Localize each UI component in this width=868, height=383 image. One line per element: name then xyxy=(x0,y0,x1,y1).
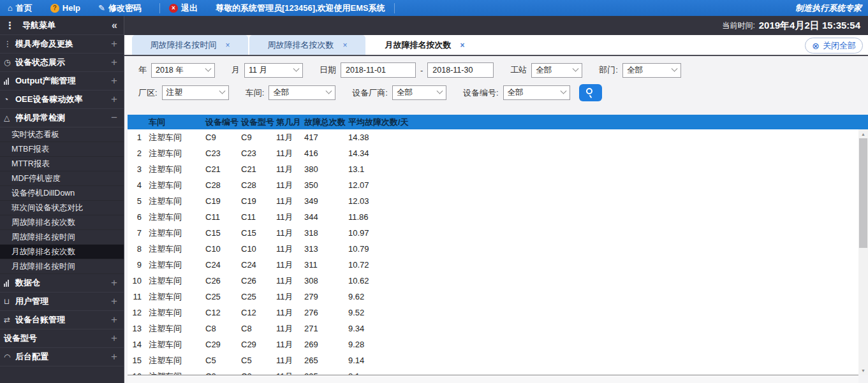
expand-plus-icon[interactable]: + xyxy=(111,277,117,289)
topbar-item-help[interactable]: ?Help xyxy=(50,3,80,13)
cell-workshop: 注塑车间 xyxy=(147,228,203,239)
sidebar-subitem-班次间设备状态对比[interactable]: 班次间设备状态对比 xyxy=(0,201,124,215)
sidebar-subitem-MDF停机密度[interactable]: MDF停机密度 xyxy=(0,171,124,186)
sidebar-subitem-周故障排名按时间[interactable]: 周故障排名按时间 xyxy=(0,230,124,245)
sidebar-subitem-周故障排名按次数[interactable]: 周故障排名按次数 xyxy=(0,215,124,230)
table-row[interactable]: 15注塑车间C5C511月2659.14 xyxy=(128,352,858,368)
sidebar-subitem-月故障排名按时间[interactable]: 月故障排名按时间 xyxy=(0,259,124,274)
table-row[interactable]: 6注塑车间C11C1111月34411.86 xyxy=(128,209,858,225)
table-row[interactable]: 11注塑车间C25C2511月2799.62 xyxy=(128,289,858,305)
table-row[interactable]: 14注塑车间C29C2911月2699.28 xyxy=(128,336,858,352)
sidebar-item-label: Output产能管理 xyxy=(15,75,111,87)
column-header: 故障总次数 xyxy=(302,117,346,128)
expand-plus-icon[interactable]: + xyxy=(111,295,117,308)
device-number-value: 全部 xyxy=(508,87,524,98)
area-select[interactable]: 注塑 xyxy=(162,85,229,100)
close-all-tabs-button[interactable]: ⊗ 关闭全部 xyxy=(805,38,863,54)
collapse-sidebar-icon[interactable]: « xyxy=(112,20,117,31)
topbar-item-logout[interactable]: ×退出 xyxy=(169,3,198,14)
config-icon: ◠ xyxy=(4,352,15,361)
year-select[interactable]: 2018 年 xyxy=(151,63,215,78)
sidebar-subitem-MTTR报表[interactable]: MTTR报表 xyxy=(0,157,124,171)
cell-workshop: 注塑车间 xyxy=(147,212,203,223)
sidebar-item-停机异常检测[interactable]: △停机异常检测− xyxy=(0,109,124,127)
cell-month: 11月 xyxy=(274,180,302,191)
workshop-select[interactable]: 全部 xyxy=(268,85,335,100)
cell-workshop: 注塑车间 xyxy=(147,132,203,143)
sidebar-subitem-MTBF报表[interactable]: MTBF报表 xyxy=(0,142,124,157)
sidebar-subitem-月故障排名按次数[interactable]: 月故障排名按次数 xyxy=(0,245,124,259)
tab-label: 周故障排名按次数 xyxy=(267,40,334,51)
table-row[interactable]: 9注塑车间C24C2411月31110.72 xyxy=(128,257,858,273)
sidebar-item-label: 停机异常检测 xyxy=(15,112,111,124)
cell-device-number: C15 xyxy=(203,228,239,238)
table-row[interactable]: 12注塑车间C12C1211月2769.52 xyxy=(128,305,858,321)
table-row[interactable]: 2注塑车间C23C2311月41614.34 xyxy=(128,145,858,161)
expand-plus-icon[interactable]: + xyxy=(111,93,117,106)
cell-device-model: C8 xyxy=(239,324,274,333)
expand-plus-icon[interactable]: + xyxy=(111,75,117,87)
sidebar-item-模具寿命及更换[interactable]: ⋮模具寿命及更换+ xyxy=(0,35,124,54)
expand-plus-icon[interactable]: + xyxy=(111,350,117,363)
table-row[interactable]: 8注塑车间C10C1011月31310.79 xyxy=(128,241,858,257)
expand-plus-icon[interactable]: + xyxy=(111,314,117,326)
table-row[interactable]: 5注塑车间C19C1911月34912.03 xyxy=(128,193,858,209)
cell-device-number: C25 xyxy=(203,292,239,301)
date-to-input[interactable] xyxy=(427,62,494,78)
sidebar-item-Output产能管理[interactable]: Output产能管理+ xyxy=(0,72,124,90)
tab-周故障排名按时间[interactable]: 周故障排名按时间× xyxy=(132,35,248,55)
department-select[interactable]: 全部 xyxy=(622,63,681,78)
sidebar-item-设备型号[interactable]: 设备型号+ xyxy=(0,329,124,348)
vendor-select[interactable]: 全部 xyxy=(392,85,446,100)
expand-plus-icon[interactable]: + xyxy=(111,332,117,345)
logout-icon: × xyxy=(169,4,178,13)
sidebar-item-用户管理[interactable]: ⊔用户管理+ xyxy=(0,293,124,311)
cell-device-number: C10 xyxy=(203,244,239,254)
vertical-scrollbar[interactable]: ▲ ▼ xyxy=(858,129,868,375)
vertical-scrollbar-thumb[interactable] xyxy=(859,138,867,248)
cell-workshop: 注塑车间 xyxy=(147,164,203,175)
tab-月故障排名按次数[interactable]: 月故障排名按次数× xyxy=(367,35,483,55)
table-row[interactable]: 7注塑车间C15C1511月31810.97 xyxy=(128,225,858,241)
device-number-select[interactable]: 全部 xyxy=(503,85,570,100)
tab-周故障排名按次数[interactable]: 周故障排名按次数× xyxy=(249,35,365,55)
workshop-label: 车间: xyxy=(246,87,265,99)
tab-close-icon[interactable]: × xyxy=(460,41,464,50)
topbar-item-change-password[interactable]: ✎修改密码 xyxy=(98,3,142,14)
department-value: 全部 xyxy=(627,65,643,76)
scroll-down-icon[interactable]: ▼ xyxy=(858,366,868,375)
sidebar-subitem-实时状态看板[interactable]: 实时状态看板 xyxy=(0,127,124,142)
expand-plus-icon[interactable]: + xyxy=(111,38,117,50)
station-select[interactable]: 全部 xyxy=(531,63,582,78)
expand-plus-icon[interactable]: + xyxy=(111,56,117,69)
table-row[interactable]: 3注塑车间C21C2111月38013.1 xyxy=(128,161,858,177)
topbar-item-home[interactable]: ⌂首页 xyxy=(8,3,33,14)
sidebar-item-设备状态展示[interactable]: ◷设备状态展示+ xyxy=(0,54,124,72)
table-row[interactable]: 10注塑车间C26C2611月30810.62 xyxy=(128,273,858,289)
row-index: 13 xyxy=(128,324,147,333)
sidebar-item-后台配置[interactable]: ◠后台配置+ xyxy=(0,348,124,366)
table-row[interactable]: 4注塑车间C28C2811月35012.07 xyxy=(128,177,858,193)
cell-avg-faults-per-day: 10.72 xyxy=(346,260,858,270)
sidebar-item-label: OEE设备稼动效率 xyxy=(15,94,111,105)
cell-workshop: 注塑车间 xyxy=(147,243,203,255)
sidebar-item-数据仓[interactable]: 数据仓+ xyxy=(0,274,124,293)
sidebar-item-设备台账管理[interactable]: ⇄设备台账管理+ xyxy=(0,311,124,329)
sidebar-subitem-设备停机DillDown[interactable]: 设备停机DillDown xyxy=(0,186,124,201)
table-row[interactable]: 13注塑车间C8C811月2719.34 xyxy=(128,321,858,336)
horizontal-scrollbar[interactable] xyxy=(128,375,858,383)
sidebar-item-OEE设备稼动效率[interactable]: ◔OEE设备稼动效率+ xyxy=(0,90,124,109)
cell-month: 11月 xyxy=(274,259,302,271)
search-button[interactable] xyxy=(579,84,602,101)
collapse-minus-icon[interactable]: − xyxy=(111,112,117,124)
cell-device-model: C28 xyxy=(239,180,274,190)
date-from-input[interactable] xyxy=(341,62,416,78)
tab-close-icon[interactable]: × xyxy=(342,41,347,50)
tab-close-icon[interactable]: × xyxy=(225,41,230,50)
cell-avg-faults-per-day: 9.52 xyxy=(346,308,858,317)
table-row[interactable]: 1注塑车间C9C911月41714.38 xyxy=(128,129,858,145)
table-row[interactable]: 16注塑车间C3C311月2358.1 xyxy=(128,368,858,375)
scroll-up-icon[interactable]: ▲ xyxy=(858,129,868,138)
cell-device-number: C29 xyxy=(203,340,239,349)
month-select[interactable]: 11 月 xyxy=(244,63,303,78)
